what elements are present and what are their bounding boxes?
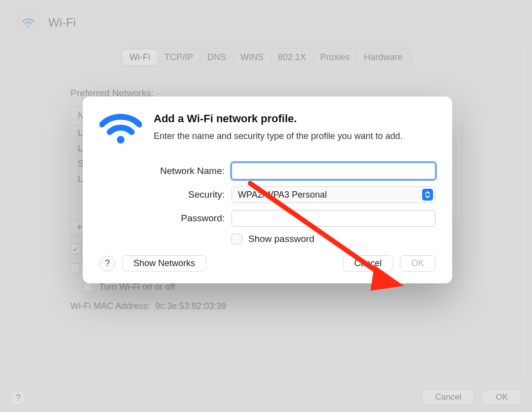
- security-value: WPA2/WPA3 Personal: [238, 190, 327, 200]
- dialog-title: Add a Wi-Fi network profile.: [154, 112, 402, 125]
- chevron-up-down-icon: [422, 189, 433, 201]
- ok-button[interactable]: OK: [400, 255, 435, 272]
- dialog-footer: ? Show Networks Cancel OK: [100, 255, 435, 272]
- svg-point-1: [117, 136, 124, 143]
- dialog-help-button[interactable]: ?: [100, 256, 115, 272]
- password-input[interactable]: [232, 210, 435, 227]
- add-wifi-profile-dialog: Add a Wi-Fi network profile. Enter the n…: [83, 97, 452, 283]
- show-networks-button[interactable]: Show Networks: [122, 255, 206, 272]
- security-label: Security:: [100, 189, 225, 200]
- dialog-form: Network Name: Security: WPA2/WPA3 Person…: [100, 163, 435, 244]
- wifi-icon: [100, 112, 142, 148]
- network-name-label: Network Name:: [100, 166, 225, 176]
- dialog-subtitle: Enter the name and security type of the …: [154, 130, 402, 142]
- show-password-checkbox[interactable]: [232, 234, 242, 244]
- cancel-button[interactable]: Cancel: [343, 255, 393, 272]
- show-password-label: Show password: [248, 234, 314, 244]
- password-label: Password:: [100, 213, 225, 224]
- network-name-input[interactable]: [232, 163, 435, 179]
- security-select[interactable]: WPA2/WPA3 Personal: [232, 186, 435, 203]
